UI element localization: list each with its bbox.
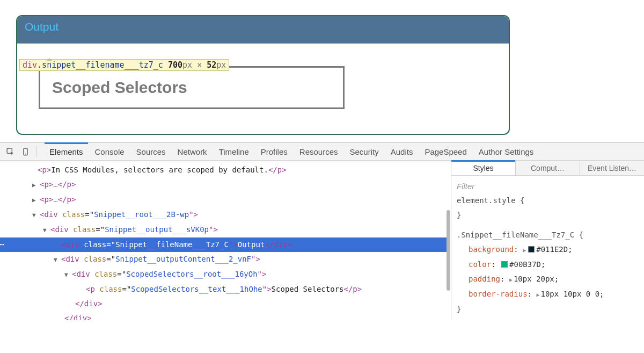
chevron-down-icon[interactable]: ▼	[64, 268, 71, 282]
tab-console[interactable]: Console	[89, 143, 130, 160]
rule-element-style[interactable]: element.style {	[457, 193, 639, 208]
tree-row[interactable]: ▼<div class="ScopedSelectors__root___16y…	[0, 267, 447, 282]
rule-filename-close: }	[457, 302, 639, 316]
tree-row[interactable]: ▼<div class="Snippet__outputContent___2_…	[0, 252, 447, 267]
tab-pagespeed[interactable]: PageSpeed	[419, 143, 472, 160]
rule-gap	[457, 222, 639, 228]
snippet-body: Scoped Selectors	[17, 44, 509, 134]
tab-sources[interactable]: Sources	[130, 143, 172, 160]
styles-filter[interactable]: Filter	[457, 179, 639, 193]
css-declaration[interactable]: border-radius: ▶10px 10px 0 0;	[457, 287, 639, 302]
devtools-panel: Elements Console Sources Network Timelin…	[0, 142, 644, 320]
preview-area: Output div.snippet__filename___tz7_c 700…	[0, 0, 644, 142]
css-declaration[interactable]: padding: ▶10px 20px;	[457, 272, 639, 287]
styles-tab-styles[interactable]: Styles	[451, 161, 516, 175]
tooltip-tag: div	[23, 60, 37, 70]
snippet-root: Output div.snippet__filename___tz7_c 700…	[16, 15, 510, 135]
tab-elements[interactable]: Elements	[43, 143, 89, 160]
styles-pane: Styles Comput… Event Listen… Filter elem…	[451, 161, 644, 320]
inspect-icon[interactable]	[5, 147, 15, 156]
styles-tab-computed[interactable]: Comput…	[516, 161, 580, 175]
devtools-toolbar: Elements Console Sources Network Timelin…	[0, 143, 644, 161]
inspect-tooltip: div.snippet__filename___tz7_c 700px × 52…	[19, 59, 229, 71]
tooltip-height-num: 52	[207, 60, 216, 70]
tree-row[interactable]: ▶<p>…</p>	[0, 177, 447, 192]
tab-audits[interactable]: Audits	[385, 143, 419, 160]
tab-timeline[interactable]: Timeline	[213, 143, 255, 160]
tree-row[interactable]: </div>	[0, 311, 447, 320]
tree-row-selected[interactable]: <div class="Snippet__fileName___Tz7_C">O…	[0, 237, 447, 252]
scrollbar-thumb[interactable]	[447, 210, 450, 291]
scoped-selectors-box: Scoped Selectors	[39, 66, 345, 109]
tree-row[interactable]: </div>	[0, 297, 447, 311]
devtools-body: <p>In CSS Modules, selectors are scoped …	[0, 161, 644, 320]
tab-security[interactable]: Security	[344, 143, 385, 160]
devtools-main-tabs: Elements Console Sources Network Timelin…	[43, 143, 539, 160]
tooltip-width-num: 700	[168, 60, 182, 70]
elements-tree[interactable]: <p>In CSS Modules, selectors are scoped …	[0, 161, 447, 320]
chevron-down-icon[interactable]: ▼	[43, 223, 49, 237]
tab-resources[interactable]: Resources	[294, 143, 344, 160]
tooltip-times: ×	[197, 60, 202, 70]
styles-pane-tabs: Styles Comput… Event Listen…	[451, 161, 644, 176]
css-declaration[interactable]: color: #00B37D;	[457, 257, 639, 272]
rule-element-style-close: }	[457, 208, 639, 222]
tree-row[interactable]: <p>In CSS Modules, selectors are scoped …	[0, 163, 447, 177]
tooltip-width-unit: px	[182, 60, 192, 70]
tooltip-height-unit: px	[216, 60, 226, 70]
tooltip-class: .snippet__filename___tz7_c	[37, 60, 163, 70]
tree-row[interactable]: ▼<div class="Snippet__root___2B-wp">	[0, 207, 447, 222]
toolbar-separator	[36, 146, 37, 157]
tab-network[interactable]: Network	[172, 143, 213, 160]
chevron-right-icon[interactable]: ▶	[32, 178, 39, 192]
chevron-right-icon[interactable]: ▶	[32, 193, 39, 207]
tree-row[interactable]: ▼<div class="Snippet__output___sVK0p">	[0, 222, 447, 237]
chevron-down-icon[interactable]: ▼	[54, 253, 60, 267]
tree-row[interactable]: <p class="ScopedSelectors__text___1hOhe"…	[0, 282, 447, 297]
device-toggle-icon[interactable]	[20, 147, 30, 156]
styles-body[interactable]: Filter element.style { } .Snippet__fileN…	[451, 176, 644, 320]
styles-tab-event-listeners[interactable]: Event Listen…	[580, 161, 644, 175]
rule-filename[interactable]: .Snippet__fileName___Tz7_C {	[457, 228, 639, 242]
scoped-selectors-heading: Scoped Selectors	[52, 78, 331, 97]
output-label: Output	[25, 20, 58, 33]
snippet-output-header: Output	[17, 16, 509, 44]
chevron-down-icon[interactable]: ▼	[32, 208, 39, 222]
css-declaration[interactable]: background: ▶#011E2D;	[457, 242, 639, 257]
tab-profiles[interactable]: Profiles	[255, 143, 294, 160]
elements-scrollbar[interactable]	[447, 161, 451, 320]
tree-row[interactable]: ▶<p>…</p>	[0, 192, 447, 207]
tab-author-settings[interactable]: Author Settings	[473, 143, 540, 160]
